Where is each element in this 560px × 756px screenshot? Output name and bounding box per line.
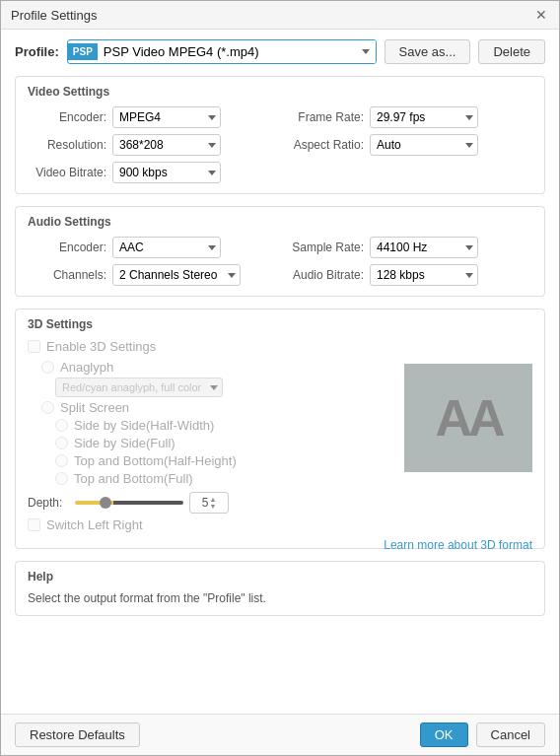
3d-settings-section: 3D Settings Enable 3D Settings Anaglyph … — [15, 309, 545, 549]
depth-slider[interactable] — [75, 501, 183, 505]
depth-slider-wrap — [75, 496, 183, 510]
enable-3d-checkbox[interactable] — [28, 340, 40, 353]
profile-select-wrap: PSP PSP Video MPEG4 (*.mp4) — [67, 39, 377, 64]
side-by-side-full-label: Side by Side(Full) — [74, 436, 175, 450]
split-screen-radio[interactable] — [41, 401, 54, 414]
channels-select[interactable]: 2 Channels Stereo — [112, 264, 241, 286]
resolution-select[interactable]: 368*208 — [112, 134, 221, 156]
channels-label: Channels: — [28, 268, 106, 282]
encoder-label: Encoder: — [28, 110, 106, 124]
learn-more-link[interactable]: Learn more about 3D format — [384, 538, 532, 552]
audio-settings-section: Audio Settings Encoder: AAC Sample Rate:… — [15, 206, 545, 297]
side-by-side-full-radio[interactable] — [55, 437, 68, 449]
window-title: Profile Settings — [11, 8, 97, 23]
top-bottom-full-radio[interactable] — [55, 472, 68, 485]
sample-rate-row: Sample Rate: 44100 Hz — [285, 237, 532, 258]
top-bottom-full-label: Top and Bottom(Full) — [74, 471, 193, 486]
side-by-side-full-row: Side by Side(Full) — [55, 436, 394, 450]
anaglyph-radio[interactable] — [41, 361, 54, 374]
3d-settings-title: 3D Settings — [28, 317, 532, 331]
audio-encoder-row: Encoder: AAC — [28, 237, 275, 258]
depth-label: Depth: — [28, 496, 69, 510]
audio-bitrate-select[interactable]: 128 kbps — [370, 264, 478, 286]
close-button[interactable]: ✕ — [533, 7, 549, 23]
anaglyph-label: Anaglyph — [60, 360, 113, 375]
encoder-row: Encoder: MPEG4 — [28, 106, 275, 128]
restore-defaults-button[interactable]: Restore Defaults — [15, 722, 140, 747]
top-bottom-half-radio[interactable] — [55, 454, 68, 467]
video-settings-section: Video Settings Encoder: MPEG4 Frame Rate… — [15, 76, 545, 194]
cancel-button[interactable]: Cancel — [476, 722, 545, 747]
audio-bitrate-label: Audio Bitrate: — [285, 268, 364, 282]
help-title: Help — [28, 570, 532, 584]
video-bitrate-row: Video Bitrate: 900 kbps — [28, 162, 275, 183]
frame-rate-label: Frame Rate: — [285, 110, 364, 124]
video-bitrate-select[interactable]: 900 kbps — [112, 162, 221, 183]
audio-encoder-select[interactable]: AAC — [112, 237, 221, 258]
resolution-label: Resolution: — [28, 138, 106, 152]
depth-number: 5 — [202, 496, 209, 510]
save-as-button[interactable]: Save as... — [385, 39, 471, 64]
sample-rate-label: Sample Rate: — [285, 241, 364, 254]
ok-button[interactable]: OK — [420, 722, 468, 747]
switch-left-right-row: Switch Left Right — [28, 517, 394, 532]
aspect-ratio-label: Aspect Ratio: — [285, 138, 364, 152]
side-by-side-half-radio[interactable] — [55, 419, 68, 432]
title-bar: Profile Settings ✕ — [1, 1, 559, 30]
3d-left-panel: Anaglyph Red/cyan anaglyph, full color S… — [28, 360, 394, 532]
profile-select[interactable]: PSP Video MPEG4 (*.mp4) — [98, 40, 376, 63]
aa-preview-text: AA — [435, 392, 501, 444]
delete-button[interactable]: Delete — [478, 39, 545, 64]
footer-right: OK Cancel — [420, 722, 545, 747]
switch-left-right-label: Switch Left Right — [46, 517, 143, 532]
main-window: Profile Settings ✕ Profile: PSP PSP Vide… — [0, 0, 560, 756]
sample-rate-select[interactable]: 44100 Hz — [370, 237, 478, 258]
video-settings-grid: Encoder: MPEG4 Frame Rate: 29.97 fps Res… — [28, 106, 532, 183]
video-bitrate-label: Video Bitrate: — [28, 166, 106, 179]
profile-icon: PSP — [68, 43, 98, 60]
help-text: Select the output format from the "Profi… — [28, 591, 532, 605]
video-settings-title: Video Settings — [28, 85, 532, 99]
content-area: Profile: PSP PSP Video MPEG4 (*.mp4) Sav… — [1, 30, 559, 714]
profile-row: Profile: PSP PSP Video MPEG4 (*.mp4) Sav… — [15, 39, 545, 64]
depth-arrows: ▲ ▼ — [209, 496, 216, 510]
frame-rate-select[interactable]: 29.97 fps — [370, 106, 478, 128]
top-bottom-half-label: Top and Bottom(Half-Height) — [74, 453, 237, 468]
split-screen-row: Split Screen — [41, 400, 394, 415]
aspect-ratio-row: Aspect Ratio: Auto — [285, 134, 532, 156]
audio-settings-title: Audio Settings — [28, 215, 532, 229]
3d-preview-box: AA — [404, 364, 532, 472]
enable-3d-row: Enable 3D Settings — [28, 339, 532, 354]
anaglyph-row: Anaglyph — [41, 360, 394, 375]
3d-content: Anaglyph Red/cyan anaglyph, full color S… — [28, 360, 532, 532]
footer: Restore Defaults OK Cancel — [1, 714, 559, 755]
side-by-side-half-row: Side by Side(Half-Width) — [55, 418, 394, 433]
audio-bitrate-row: Audio Bitrate: 128 kbps — [285, 264, 532, 286]
audio-encoder-label: Encoder: — [28, 241, 106, 254]
split-screen-label: Split Screen — [60, 400, 129, 415]
encoder-select[interactable]: MPEG4 — [112, 106, 221, 128]
aspect-ratio-select[interactable]: Auto — [370, 134, 478, 156]
side-by-side-half-label: Side by Side(Half-Width) — [74, 418, 214, 433]
depth-row: Depth: 5 ▲ ▼ — [28, 492, 394, 514]
help-section: Help Select the output format from the "… — [15, 561, 545, 616]
depth-value: 5 ▲ ▼ — [189, 492, 229, 514]
audio-settings-grid: Encoder: AAC Sample Rate: 44100 Hz Chann… — [28, 237, 532, 286]
frame-rate-row: Frame Rate: 29.97 fps — [285, 106, 532, 128]
top-bottom-full-row: Top and Bottom(Full) — [55, 471, 394, 486]
enable-3d-label: Enable 3D Settings — [46, 339, 156, 354]
profile-label: Profile: — [15, 44, 59, 59]
anaglyph-option-row: Red/cyan anaglyph, full color — [55, 378, 394, 397]
channels-row: Channels: 2 Channels Stereo — [28, 264, 275, 286]
top-bottom-half-row: Top and Bottom(Half-Height) — [55, 453, 394, 468]
anaglyph-select[interactable]: Red/cyan anaglyph, full color — [55, 378, 223, 397]
switch-left-right-checkbox[interactable] — [28, 518, 40, 531]
resolution-row: Resolution: 368*208 — [28, 134, 275, 156]
